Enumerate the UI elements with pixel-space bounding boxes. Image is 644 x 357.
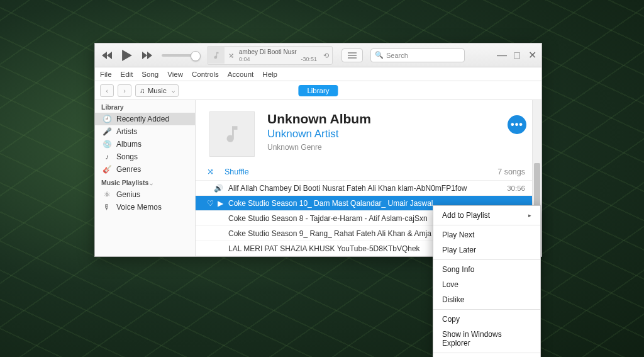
forward-button[interactable]: ›: [118, 84, 131, 97]
menu-controls[interactable]: Controls: [192, 71, 219, 78]
menu-file[interactable]: File: [100, 71, 112, 78]
now-playing-display[interactable]: ⤨ ambey Di Booti Nusr 0:04 -30:51 ⟲: [207, 46, 333, 65]
album-icon: 💿: [103, 140, 111, 149]
now-playing-art: [208, 47, 225, 64]
menu-view[interactable]: View: [167, 71, 183, 78]
titlebar: ⤨ ambey Di Booti Nusr 0:04 -30:51 ⟲ 🔍 Se…: [95, 43, 541, 67]
context-song-info[interactable]: Song Info: [433, 262, 540, 277]
context-separator: [433, 259, 540, 260]
close-button[interactable]: ✕: [528, 51, 536, 60]
context-play-later[interactable]: Play Later: [433, 242, 540, 258]
sidebar-playlists-header[interactable]: Music Playlists⌵: [95, 176, 195, 188]
source-dropdown[interactable]: ♫ Music: [135, 84, 179, 97]
sidebar-item-voice-memos[interactable]: 🎙Voice Memos: [95, 201, 195, 213]
up-next-button[interactable]: [341, 48, 363, 62]
context-add-to-playlist[interactable]: Add to Playlist▸: [433, 208, 540, 223]
sidebar-item-genres[interactable]: 🎸Genres: [95, 163, 195, 176]
sidebar-item-label: Genius: [116, 190, 140, 199]
album-artist[interactable]: Unknown Artist: [267, 128, 371, 140]
track-duration: 30:56: [507, 184, 525, 192]
shuffle-icon: ⤨: [207, 167, 218, 176]
menu-account[interactable]: Account: [228, 71, 254, 78]
album-header: Unknown Album Unknown Artist Unknown Gen…: [196, 100, 541, 163]
playback-controls: [100, 47, 197, 64]
note-icon: ♪: [103, 152, 111, 161]
shuffle-icon[interactable]: ⤨: [225, 52, 236, 59]
window-controls: — □ ✕: [497, 51, 536, 60]
album-art[interactable]: [209, 111, 255, 157]
shuffle-label: Shuffle: [225, 167, 249, 176]
context-dislike[interactable]: Dislike: [433, 292, 540, 307]
guitar-icon: 🎸: [103, 165, 111, 174]
context-menu: Add to Playlist▸Play NextPlay LaterSong …: [433, 205, 541, 357]
sidebar-item-label: Albums: [116, 140, 142, 149]
track-row[interactable]: 🔊Alif Allah Chambey Di Booti Nusrat Fate…: [196, 181, 541, 196]
repeat-icon[interactable]: ⟲: [319, 52, 332, 59]
elapsed-time: 0:04: [239, 56, 250, 62]
back-button[interactable]: ‹: [100, 84, 114, 97]
context-separator: [433, 309, 540, 310]
speaker-icon: 🔊: [214, 184, 223, 193]
menu-edit[interactable]: Edit: [121, 71, 133, 78]
menubar: File Edit Song View Controls Account Hel…: [95, 67, 541, 81]
remaining-time: -30:51: [301, 56, 317, 62]
scrollbar-thumb[interactable]: [534, 163, 540, 207]
context-copy[interactable]: Copy: [433, 312, 540, 327]
track-title: Alif Allah Chambey Di Booti Nusrat Fateh…: [228, 184, 502, 193]
sidebar-item-recently-added[interactable]: 🕘Recently Added: [95, 113, 195, 125]
next-button[interactable]: [140, 48, 154, 62]
sidebar-item-label: Artists: [116, 127, 137, 136]
previous-button[interactable]: [100, 48, 114, 62]
sidebar-item-genius[interactable]: ⚛Genius: [95, 188, 195, 201]
atom-icon: ⚛: [103, 190, 111, 199]
context-love[interactable]: Love: [433, 277, 540, 292]
wave-icon: 🎙: [103, 203, 111, 212]
menu-help[interactable]: Help: [262, 71, 277, 78]
play-icon: ▶: [218, 199, 223, 208]
shuffle-row[interactable]: ⤨ Shuffle 7 songs: [196, 163, 541, 181]
context-separator: [433, 225, 540, 225]
maximize-button[interactable]: □: [513, 51, 521, 60]
sidebar-item-label: Recently Added: [116, 115, 169, 123]
love-icon: ♡: [207, 199, 214, 208]
menu-song[interactable]: Song: [142, 71, 158, 78]
more-actions-button[interactable]: •••: [508, 115, 526, 134]
mic-icon: 🎤: [103, 127, 111, 136]
chevron-right-icon: ▸: [528, 212, 531, 218]
song-count: 7 songs: [497, 167, 525, 176]
sidebar-item-label: Voice Memos: [116, 203, 162, 212]
library-tab[interactable]: Library: [298, 85, 338, 96]
search-field[interactable]: 🔍 Search: [370, 48, 465, 62]
search-icon: 🔍: [375, 51, 384, 59]
now-playing-title: ambey Di Booti Nusr: [239, 48, 317, 55]
sidebar-library-header: Library: [95, 100, 195, 113]
clock-icon: 🕘: [103, 115, 111, 123]
note-icon: ♫: [140, 87, 145, 94]
minimize-button[interactable]: —: [497, 51, 506, 60]
navigation-toolbar: ‹ › ♫ Music Library: [95, 81, 541, 100]
album-genre: Unknown Genre: [267, 143, 371, 152]
context-play-next[interactable]: Play Next: [433, 227, 540, 242]
context-separator: [433, 353, 540, 353]
sidebar-item-albums[interactable]: 💿Albums: [95, 138, 195, 150]
sidebar-item-artists[interactable]: 🎤Artists: [95, 125, 195, 138]
sidebar-item-songs[interactable]: ♪Songs: [95, 150, 195, 163]
volume-slider[interactable]: [162, 54, 197, 57]
sidebar: Library 🕘Recently Added🎤Artists💿Albums♪S…: [95, 100, 196, 256]
sidebar-item-label: Genres: [116, 165, 141, 174]
play-button[interactable]: [119, 47, 135, 64]
context-show-in-windows-explorer[interactable]: Show in Windows Explorer: [433, 327, 540, 351]
search-placeholder: Search: [386, 52, 408, 59]
album-title: Unknown Album: [267, 111, 371, 127]
sidebar-item-label: Songs: [116, 152, 138, 161]
